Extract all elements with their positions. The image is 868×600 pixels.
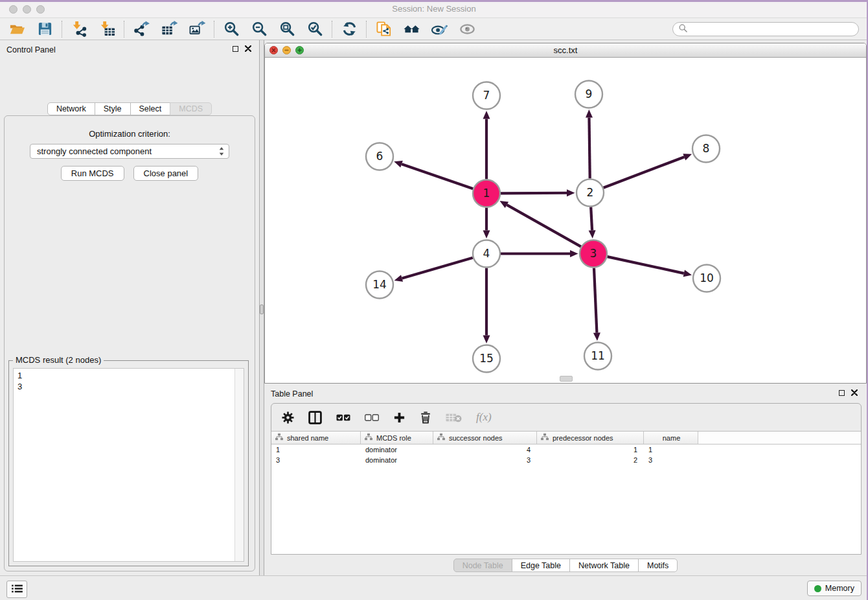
edge-3-11[interactable] bbox=[594, 268, 597, 332]
tab-style[interactable]: Style bbox=[95, 102, 131, 115]
edge-1-6[interactable] bbox=[402, 164, 473, 189]
table-cell-successor-nodes[interactable]: 4 bbox=[433, 446, 537, 454]
import-table-button[interactable] bbox=[98, 21, 115, 38]
table-cell-predecessor-nodes[interactable]: 1 bbox=[537, 446, 644, 454]
zoom-out-button[interactable] bbox=[251, 21, 268, 38]
tab-motifs[interactable]: Motifs bbox=[638, 559, 678, 572]
tab-select[interactable]: Select bbox=[130, 102, 171, 115]
table-cell-mcds-role[interactable]: dominator bbox=[361, 446, 433, 454]
open-session-button[interactable] bbox=[8, 21, 25, 38]
zoom-selected-button[interactable] bbox=[306, 21, 323, 38]
close-panel-icon[interactable] bbox=[245, 45, 251, 52]
tab-mcds[interactable]: MCDS bbox=[170, 102, 212, 115]
node-14[interactable]: 14 bbox=[366, 271, 393, 299]
node-4[interactable]: 4 bbox=[473, 240, 500, 268]
network-close-button[interactable] bbox=[269, 46, 278, 54]
tab-network-table[interactable]: Network Table bbox=[569, 559, 639, 572]
import-table-icon bbox=[99, 21, 115, 37]
export-network-icon bbox=[133, 21, 150, 37]
tab-edge-table[interactable]: Edge Table bbox=[512, 559, 570, 572]
result-item-3[interactable]: 3 bbox=[14, 381, 244, 392]
fit-content-button[interactable] bbox=[279, 21, 295, 38]
dropdown-stepper-icon bbox=[218, 146, 225, 156]
table-cell-successor-nodes[interactable]: 3 bbox=[433, 456, 537, 464]
node-6[interactable]: 6 bbox=[366, 143, 393, 170]
hide-selected-button[interactable] bbox=[431, 21, 448, 38]
node-1[interactable]: 1 bbox=[473, 180, 500, 207]
control-panel-title: Control Panel bbox=[6, 45, 56, 54]
node-7[interactable]: 7 bbox=[473, 82, 500, 110]
show-all-eye-icon bbox=[459, 21, 475, 37]
table-row[interactable]: 1dominator411 bbox=[271, 444, 861, 455]
network-minimize-button[interactable] bbox=[282, 46, 291, 54]
export-network-button[interactable] bbox=[133, 21, 150, 38]
column-header-shared-name[interactable]: shared name bbox=[271, 432, 361, 444]
table-settings-button[interactable] bbox=[282, 411, 294, 424]
edge-2-9[interactable] bbox=[589, 117, 589, 178]
column-header-successor-nodes[interactable]: successor nodes bbox=[433, 432, 537, 444]
table-cell-name[interactable]: 1 bbox=[644, 446, 698, 454]
task-history-button[interactable] bbox=[6, 581, 27, 598]
show-column-panel-button[interactable] bbox=[308, 411, 322, 424]
save-session-button[interactable] bbox=[36, 21, 53, 38]
show-all-button[interactable] bbox=[459, 21, 475, 38]
table-row[interactable]: 3dominator323 bbox=[271, 455, 861, 465]
criterion-dropdown[interactable]: strongly connected component bbox=[30, 144, 229, 159]
edge-3-1[interactable] bbox=[507, 205, 580, 247]
svg-text:1: 1 bbox=[483, 187, 490, 200]
optimization-criterion-label: Optimization criterion: bbox=[5, 129, 255, 139]
edge-1-2[interactable] bbox=[501, 193, 567, 194]
node-10[interactable]: 10 bbox=[693, 265, 720, 292]
first-neighbors-button[interactable] bbox=[403, 21, 420, 38]
node-9[interactable]: 9 bbox=[575, 81, 602, 108]
result-scrollbar[interactable] bbox=[234, 369, 244, 561]
delete-column-button[interactable] bbox=[420, 411, 431, 424]
search-field[interactable] bbox=[672, 22, 859, 36]
run-mcds-button[interactable]: Run MCDS bbox=[61, 166, 124, 181]
new-network-from-selection-button[interactable] bbox=[375, 21, 392, 38]
select-all-button[interactable] bbox=[336, 414, 350, 421]
network-canvas[interactable]: 7968124314101511 bbox=[265, 58, 866, 384]
tab-network[interactable]: Network bbox=[47, 102, 95, 115]
float-panel-icon[interactable] bbox=[839, 390, 845, 396]
column-header-filler bbox=[698, 432, 861, 444]
network-resize-grip[interactable] bbox=[560, 376, 573, 382]
search-input[interactable] bbox=[691, 24, 852, 34]
table-cell-mcds-role[interactable]: dominator bbox=[361, 456, 433, 464]
table-cell-shared-name[interactable]: 3 bbox=[271, 456, 361, 464]
network-window-titlebar[interactable]: scc.txt bbox=[265, 43, 866, 58]
table-cell-shared-name[interactable]: 1 bbox=[271, 446, 361, 454]
node-3[interactable]: 3 bbox=[580, 240, 607, 268]
float-panel-icon[interactable] bbox=[233, 46, 238, 52]
column-header-name[interactable]: name bbox=[644, 432, 698, 444]
close-panel-button[interactable]: Close panel bbox=[133, 166, 199, 181]
node-8[interactable]: 8 bbox=[692, 135, 720, 163]
network-maximize-button[interactable] bbox=[295, 46, 304, 54]
memory-button[interactable]: Memory bbox=[807, 581, 862, 596]
node-2[interactable]: 2 bbox=[577, 179, 604, 207]
close-panel-icon[interactable] bbox=[851, 389, 858, 396]
search-icon bbox=[679, 23, 687, 35]
result-item-1[interactable]: 1 bbox=[14, 370, 244, 381]
node-11[interactable]: 11 bbox=[584, 343, 611, 370]
edge-4-14[interactable] bbox=[402, 258, 473, 279]
table-cell-name[interactable]: 3 bbox=[644, 456, 698, 464]
import-network-button[interactable] bbox=[71, 21, 87, 38]
table-cell-predecessor-nodes[interactable]: 2 bbox=[537, 456, 644, 464]
panel-divider[interactable] bbox=[259, 40, 264, 575]
zoom-in-button[interactable] bbox=[223, 21, 240, 38]
node-15[interactable]: 15 bbox=[473, 345, 500, 373]
tab-node-table[interactable]: Node Table bbox=[453, 559, 512, 572]
deselect-all-button[interactable] bbox=[365, 414, 379, 421]
export-table-button[interactable] bbox=[161, 21, 177, 38]
export-image-button[interactable] bbox=[188, 21, 205, 38]
edge-3-10[interactable] bbox=[607, 257, 683, 273]
column-header-label: shared name bbox=[287, 434, 328, 442]
divider-grip[interactable] bbox=[260, 305, 264, 314]
column-header-predecessor-nodes[interactable]: predecessor nodes bbox=[537, 432, 644, 444]
refresh-button[interactable] bbox=[341, 21, 358, 38]
column-header-mcds-role[interactable]: MCDS role bbox=[361, 432, 433, 444]
add-column-button[interactable] bbox=[393, 411, 405, 424]
edge-2-8[interactable] bbox=[604, 157, 685, 187]
edge-2-3[interactable] bbox=[591, 207, 592, 230]
